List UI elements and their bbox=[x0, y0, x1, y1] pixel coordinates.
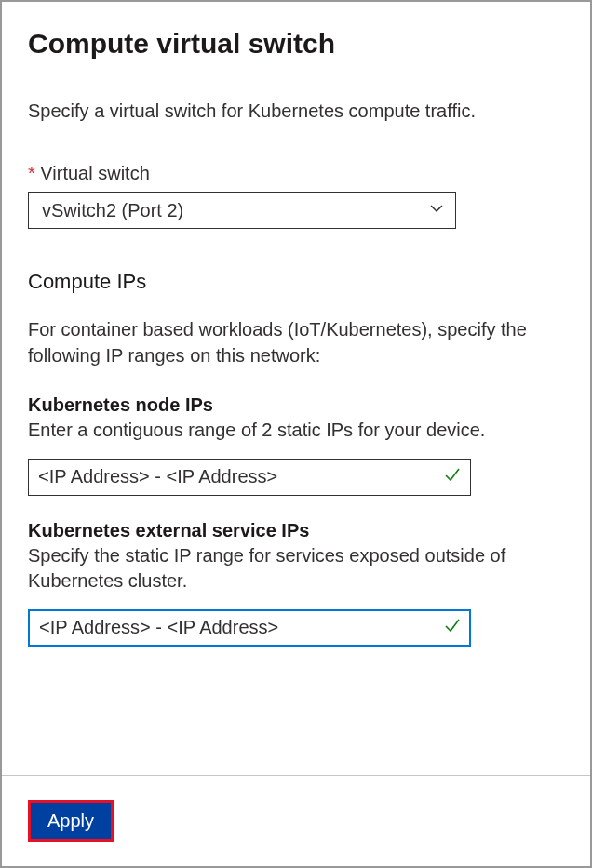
service-ips-label: Kubernetes external service IPs bbox=[28, 520, 564, 541]
page-title: Compute virtual switch bbox=[28, 28, 564, 60]
service-ips-input[interactable] bbox=[28, 609, 471, 647]
node-ips-label: Kubernetes node IPs bbox=[28, 394, 564, 416]
virtual-switch-select[interactable]: vSwitch2 (Port 2) bbox=[28, 192, 456, 229]
virtual-switch-label-text: Virtual switch bbox=[40, 163, 149, 183]
service-ips-input-wrap bbox=[28, 609, 471, 647]
intro-text: Specify a virtual switch for Kubernetes … bbox=[28, 100, 564, 122]
bottom-bar: Apply bbox=[2, 775, 590, 866]
virtual-switch-select-wrap: vSwitch2 (Port 2) bbox=[28, 192, 456, 229]
service-ips-description: Specify the static IP range for services… bbox=[28, 543, 564, 594]
node-ips-field: Kubernetes node IPs Enter a contiguous r… bbox=[28, 394, 564, 496]
node-ips-input-wrap bbox=[28, 459, 471, 496]
apply-button[interactable]: Apply bbox=[28, 800, 114, 842]
node-ips-input[interactable] bbox=[28, 459, 471, 496]
required-star: * bbox=[28, 163, 40, 183]
compute-ips-description: For container based workloads (IoT/Kuber… bbox=[28, 317, 564, 368]
node-ips-description: Enter a contiguous range of 2 static IPs… bbox=[28, 418, 564, 444]
service-ips-field: Kubernetes external service IPs Specify … bbox=[28, 520, 564, 647]
virtual-switch-label: * Virtual switch bbox=[28, 163, 564, 184]
compute-ips-heading: Compute IPs bbox=[28, 270, 564, 300]
